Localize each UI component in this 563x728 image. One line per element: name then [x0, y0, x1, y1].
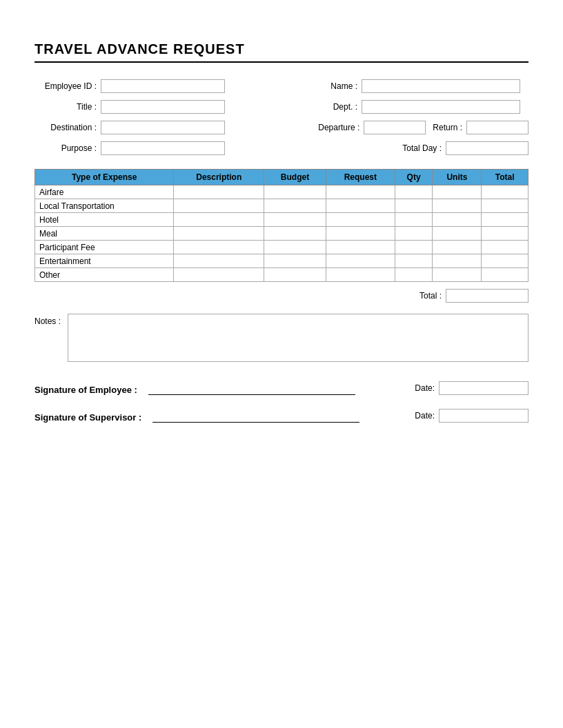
- expense-units-cell[interactable]: [433, 185, 482, 199]
- expense-qty-cell[interactable]: [395, 227, 433, 241]
- destination-input[interactable]: [101, 121, 225, 134]
- expense-qty-cell[interactable]: [395, 254, 433, 268]
- expense-budget-cell[interactable]: [264, 199, 326, 213]
- return-input[interactable]: [466, 121, 529, 134]
- expense-units-cell[interactable]: [433, 213, 482, 227]
- form-section: Employee ID : Name : Title : Dept. : Des…: [34, 79, 529, 155]
- expense-description-cell[interactable]: [174, 254, 264, 268]
- supervisor-signature-line: [152, 410, 359, 423]
- expense-table: Type of Expense Description Budget Reque…: [34, 169, 529, 282]
- expense-budget-cell[interactable]: [264, 268, 326, 282]
- expense-description-cell[interactable]: [174, 227, 264, 241]
- expense-units-cell[interactable]: [433, 241, 482, 254]
- notes-textarea[interactable]: [68, 314, 529, 362]
- expense-request-cell[interactable]: [326, 185, 395, 199]
- expense-budget-cell[interactable]: [264, 227, 326, 241]
- supervisor-signature-row: Signature of Supervisor : Date:: [34, 409, 529, 423]
- expense-total-cell[interactable]: [482, 199, 529, 213]
- expense-qty-cell[interactable]: [395, 213, 433, 227]
- total-day-label: Total Day :: [386, 143, 442, 153]
- total-day-group: Total Day :: [386, 141, 529, 155]
- expense-description-cell[interactable]: [174, 268, 264, 282]
- supervisor-date-label: Date:: [415, 411, 435, 421]
- signature-section: Signature of Employee : Date: Signature …: [34, 381, 529, 423]
- expense-qty-cell[interactable]: [395, 268, 433, 282]
- expense-units-cell[interactable]: [433, 199, 482, 213]
- page-title: TRAVEL ADVANCE REQUEST: [34, 41, 529, 57]
- expense-qty-cell[interactable]: [395, 199, 433, 213]
- expense-units-cell[interactable]: [433, 268, 482, 282]
- expense-total-cell[interactable]: [482, 185, 529, 199]
- employee-date-label: Date:: [415, 383, 435, 393]
- dept-input[interactable]: [362, 100, 520, 114]
- expense-type-cell: Participant Fee: [35, 241, 174, 254]
- expense-description-cell[interactable]: [174, 199, 264, 213]
- purpose-group: Purpose :: [34, 141, 359, 155]
- expense-qty-cell[interactable]: [395, 241, 433, 254]
- expense-request-cell[interactable]: [326, 268, 395, 282]
- expense-request-cell[interactable]: [326, 227, 395, 241]
- form-row-1: Employee ID : Name :: [34, 79, 529, 93]
- expense-request-cell[interactable]: [326, 199, 395, 213]
- form-row-3: Destination : Departure : Return :: [34, 121, 529, 134]
- expense-qty-cell[interactable]: [395, 185, 433, 199]
- expense-budget-cell[interactable]: [264, 213, 326, 227]
- expense-request-cell[interactable]: [326, 213, 395, 227]
- destination-label: Destination :: [34, 123, 97, 132]
- col-qty: Qty: [395, 170, 433, 185]
- dept-label: Dept. :: [295, 102, 357, 112]
- expense-total-cell[interactable]: [482, 227, 529, 241]
- notes-section: Notes :: [34, 314, 529, 362]
- employee-signature-row: Signature of Employee : Date:: [34, 381, 529, 395]
- departure-input[interactable]: [364, 121, 426, 134]
- expense-description-cell[interactable]: [174, 241, 264, 254]
- supervisor-date-group: Date:: [415, 409, 529, 423]
- table-row: Other: [35, 268, 529, 282]
- table-row: Participant Fee: [35, 241, 529, 254]
- dept-group: Dept. :: [295, 100, 529, 114]
- expense-units-cell[interactable]: [433, 254, 482, 268]
- expense-type-cell: Hotel: [35, 213, 174, 227]
- expense-description-cell[interactable]: [174, 185, 264, 199]
- purpose-input[interactable]: [101, 141, 225, 155]
- notes-label: Notes :: [34, 316, 61, 326]
- destination-group: Destination :: [34, 121, 277, 134]
- expense-budget-cell[interactable]: [264, 241, 326, 254]
- expense-total-cell[interactable]: [482, 241, 529, 254]
- supervisor-date-input[interactable]: [439, 409, 529, 423]
- total-day-input[interactable]: [446, 141, 529, 155]
- form-row-4: Purpose : Total Day :: [34, 141, 529, 155]
- expense-total-cell[interactable]: [482, 268, 529, 282]
- name-input[interactable]: [362, 79, 520, 93]
- table-header-row: Type of Expense Description Budget Reque…: [35, 170, 529, 185]
- title-input[interactable]: [101, 100, 225, 114]
- expense-total-cell[interactable]: [482, 213, 529, 227]
- expense-request-cell[interactable]: [326, 241, 395, 254]
- title-divider: [34, 61, 529, 63]
- total-input[interactable]: [446, 289, 529, 303]
- table-row: Meal: [35, 227, 529, 241]
- table-row: Hotel: [35, 213, 529, 227]
- purpose-label: Purpose :: [34, 143, 97, 153]
- expense-type-cell: Meal: [35, 227, 174, 241]
- expense-request-cell[interactable]: [326, 254, 395, 268]
- employee-id-input[interactable]: [101, 79, 225, 93]
- expense-units-cell[interactable]: [433, 227, 482, 241]
- col-budget: Budget: [264, 170, 326, 185]
- total-row: Total :: [34, 289, 529, 303]
- col-total: Total: [482, 170, 529, 185]
- name-label: Name :: [295, 81, 357, 91]
- col-request: Request: [326, 170, 395, 185]
- expense-total-cell[interactable]: [482, 254, 529, 268]
- employee-signature-line: [148, 383, 355, 395]
- expense-description-cell[interactable]: [174, 213, 264, 227]
- employee-date-group: Date:: [415, 381, 529, 395]
- employee-id-group: Employee ID :: [34, 79, 268, 93]
- name-group: Name :: [295, 79, 529, 93]
- title-label: Title :: [34, 102, 97, 112]
- expense-budget-cell[interactable]: [264, 185, 326, 199]
- employee-date-input[interactable]: [439, 381, 529, 395]
- form-row-2: Title : Dept. :: [34, 100, 529, 114]
- expense-budget-cell[interactable]: [264, 254, 326, 268]
- title-group: Title :: [34, 100, 268, 114]
